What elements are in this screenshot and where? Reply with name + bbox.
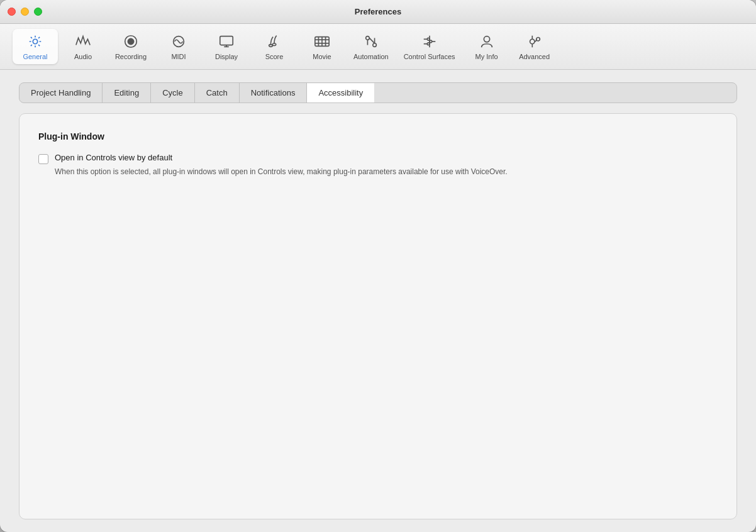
midi-icon [170, 33, 187, 50]
toolbar-item-automation[interactable]: Automation [347, 29, 395, 64]
display-icon [218, 33, 235, 50]
toolbar-item-display[interactable]: Display [204, 29, 249, 64]
checkbox-controls-view[interactable] [38, 154, 48, 164]
toolbar-label-midi: MIDI [171, 53, 186, 60]
svg-point-29 [536, 38, 540, 42]
movie-icon [313, 33, 331, 50]
control-surfaces-icon [421, 33, 438, 50]
svg-point-16 [373, 43, 377, 47]
subtab-notifications[interactable]: Notifications [240, 83, 308, 103]
content-area: Project Handling Editing Cycle Catch Not… [0, 70, 756, 532]
subtab-accessibility[interactable]: Accessibility [307, 83, 374, 103]
automation-icon [362, 33, 380, 50]
audio-icon [74, 33, 92, 50]
toolbar-item-control-surfaces[interactable]: Control Surfaces [397, 29, 462, 64]
toolbar-item-audio[interactable]: Audio [60, 29, 106, 64]
toolbar-item-movie[interactable]: Movie [299, 29, 345, 64]
window-title: Preferences [355, 7, 401, 16]
score-icon [265, 33, 283, 50]
toolbar-label-control-surfaces: Control Surfaces [404, 53, 455, 60]
toolbar-label-general: General [23, 53, 47, 60]
titlebar: Preferences [0, 0, 756, 24]
toolbar-label-my-info: My Info [475, 53, 498, 60]
svg-point-25 [427, 43, 430, 45]
close-button[interactable] [8, 8, 16, 16]
toolbar-label-audio: Audio [74, 53, 92, 60]
toolbar-item-general[interactable]: General [13, 29, 58, 64]
subtab-editing[interactable]: Editing [103, 83, 151, 103]
toolbar-item-advanced[interactable]: Advanced [512, 29, 557, 64]
toolbar-item-midi[interactable]: MIDI [156, 29, 201, 64]
gear-icon [26, 33, 44, 50]
option-label-controls-view: Open in Controls view by default [55, 153, 508, 162]
traffic-lights [8, 8, 42, 16]
my-info-icon [478, 33, 496, 50]
option-text-controls-view: Open in Controls view by default When th… [55, 153, 508, 177]
svg-line-17 [369, 38, 374, 43]
section-title-plugin-window: Plug-in Window [38, 131, 718, 141]
toolbar-label-advanced: Advanced [519, 53, 550, 60]
svg-point-26 [430, 40, 432, 43]
svg-point-24 [427, 38, 430, 40]
minimize-button[interactable] [21, 8, 29, 16]
svg-point-27 [484, 36, 489, 42]
toolbar-label-score: Score [265, 53, 284, 60]
toolbar-label-display: Display [215, 53, 238, 60]
svg-point-0 [33, 39, 37, 43]
toolbar-label-movie: Movie [313, 53, 331, 60]
toolbar-label-recording: Recording [115, 53, 147, 60]
svg-rect-4 [220, 36, 233, 45]
subtab-project-handling[interactable]: Project Handling [19, 83, 103, 103]
maximize-button[interactable] [34, 8, 42, 16]
toolbar: General Audio Recording [0, 24, 756, 70]
toolbar-item-my-info[interactable]: My Info [464, 29, 509, 64]
svg-point-2 [128, 38, 133, 44]
svg-point-8 [272, 43, 276, 46]
subtab-cycle[interactable]: Cycle [151, 83, 195, 103]
svg-point-28 [530, 39, 534, 43]
option-row-controls-view: Open in Controls view by default When th… [38, 153, 718, 177]
subtab-catch[interactable]: Catch [195, 83, 240, 103]
preferences-window: Preferences General Audio [0, 0, 756, 532]
toolbar-label-automation: Automation [353, 53, 389, 60]
recording-icon [122, 33, 140, 50]
option-description-controls-view: When this option is selected, all plug-i… [55, 166, 508, 177]
subtabs-bar: Project Handling Editing Cycle Catch Not… [19, 82, 737, 103]
svg-point-7 [269, 45, 273, 47]
svg-point-15 [365, 36, 369, 40]
toolbar-item-recording[interactable]: Recording [108, 29, 153, 64]
toolbar-item-score[interactable]: Score [252, 29, 297, 64]
settings-panel: Plug-in Window Open in Controls view by … [19, 113, 737, 519]
advanced-icon [526, 33, 543, 50]
